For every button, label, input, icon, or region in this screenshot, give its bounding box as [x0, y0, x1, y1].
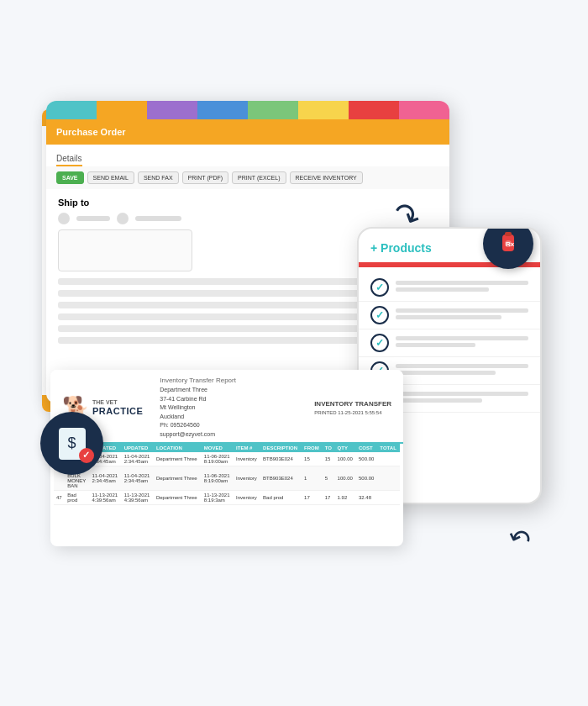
- tab-8[interactable]: [399, 101, 449, 119]
- tab-5[interactable]: [248, 101, 298, 119]
- inventory-title: INVENTORY TRANSFER: [314, 399, 391, 409]
- td-moved: 11-13-20218:19:3am: [202, 491, 234, 505]
- item-lines-1: [396, 281, 528, 294]
- item-lines-3: [396, 336, 528, 350]
- td-total: [377, 466, 400, 491]
- tab-3[interactable]: [147, 101, 197, 119]
- report-header: 🐕 THE VET PRACTICE Inventory Transfer Re…: [50, 370, 403, 444]
- ship-to-row: [58, 213, 438, 224]
- svg-rect-1: [505, 232, 512, 236]
- th-moved: MOVED: [202, 444, 234, 452]
- ship-address-box[interactable]: [58, 229, 192, 271]
- item-lines-4: [396, 364, 528, 377]
- report-table-wrapper: # MAST CREATED UPDATED LOCATION MOVED IT…: [50, 444, 403, 505]
- item-line-h: [396, 371, 496, 375]
- td-qty: 1.92: [335, 491, 356, 505]
- th-from: FROM: [302, 444, 323, 452]
- grey-line-6: [58, 337, 392, 344]
- checkmark-1: ✓: [375, 282, 384, 293]
- mobile-products-label: + Products: [370, 241, 432, 255]
- po-details-tab[interactable]: Details: [46, 145, 449, 166]
- td-location: Department Three: [154, 452, 202, 466]
- td-to: 5: [323, 466, 335, 491]
- report-right-info: INVENTORY TRANSFER PRINTED 11-25-2021 5:…: [314, 399, 391, 417]
- checkmark-2: ✓: [375, 309, 384, 321]
- list-item[interactable]: ✓: [359, 329, 540, 357]
- inventory-report-card: 🐕 THE VET PRACTICE Inventory Transfer Re…: [50, 370, 403, 546]
- th-qty: QTY: [335, 444, 356, 452]
- tab-4[interactable]: [197, 101, 248, 119]
- ship-circle-icon: [58, 213, 70, 224]
- address-text: 37-41 Carbine Rd: [160, 396, 206, 402]
- receive-inventory-button[interactable]: RECEIVE INVENTORY: [290, 171, 363, 184]
- th-updated: UPDATED: [122, 444, 154, 452]
- td-num: 47: [54, 491, 65, 505]
- td-total: [377, 452, 400, 466]
- po-title: Purchase Order: [56, 127, 126, 137]
- td-from: 15: [302, 452, 323, 466]
- print-pdf-button[interactable]: PRINT (PDF): [182, 171, 228, 184]
- dollar-sign-icon: $: [67, 435, 76, 452]
- phone-text: Ph: 095264560: [160, 422, 200, 428]
- report-info: Department Three 37-41 Carbine Rd Mt Wel…: [160, 386, 306, 439]
- send-email-button[interactable]: SEND EMAIL: [87, 171, 134, 184]
- svg-text:Rx: Rx: [506, 240, 515, 248]
- checkmark-3: ✓: [375, 337, 384, 349]
- country-text: Auckland: [160, 414, 184, 419]
- list-item[interactable]: ✓: [359, 302, 540, 329]
- td-updated: 11-13-20214:39:56am: [122, 491, 154, 505]
- printed-text: PRINTED 11-25-2021 5:55:54: [314, 409, 391, 417]
- td-item: Inventory: [234, 466, 260, 491]
- td-from: 17: [302, 491, 323, 505]
- tab-2[interactable]: [97, 101, 147, 119]
- save-button[interactable]: SAVE: [56, 171, 84, 184]
- ship-line-1: [76, 216, 110, 221]
- td-moved: 11-06-20218:19:00am: [202, 452, 234, 466]
- email-text: support@ezyvet.com: [160, 431, 215, 437]
- check-circle-2: ✓: [370, 306, 389, 324]
- td-location: Department Three: [154, 466, 202, 491]
- th-item: ITEM #: [234, 444, 260, 452]
- send-fax-button[interactable]: SEND FAX: [138, 171, 179, 184]
- item-line-b: [396, 287, 489, 292]
- po-details-label: Details: [56, 154, 82, 166]
- report-address: Inventory Transfer Report Department Thr…: [151, 377, 306, 439]
- ship-circle-2-icon: [117, 213, 129, 224]
- po-toolbar: SAVE SEND EMAIL SEND FAX PRINT (PDF) PRI…: [46, 166, 449, 189]
- th-cost: COST: [356, 444, 377, 452]
- th-to: TO: [323, 444, 335, 452]
- table-row: 47 Badprod 11-13-20214:39:56am 11-13-202…: [54, 491, 400, 505]
- td-created: 11-13-20214:39:56am: [89, 491, 121, 505]
- tab-1[interactable]: [46, 101, 97, 119]
- item-line-j: [396, 398, 482, 403]
- td-location: Department Three: [154, 491, 202, 505]
- td-cost: 500.00: [356, 466, 377, 491]
- td-qty: 100.00: [335, 452, 356, 466]
- check-circle-3: ✓: [370, 334, 389, 352]
- td-desc: Bad prod: [260, 491, 302, 505]
- list-item[interactable]: ✓: [359, 274, 540, 302]
- medicine-bottle-icon: Rx: [494, 229, 522, 258]
- po-tabs: [46, 101, 449, 119]
- ship-line-2: [135, 216, 181, 221]
- po-header: Purchase Order: [46, 119, 449, 145]
- scene: Purchase Order Details SAVE SEND EMAIL S…: [0, 0, 588, 706]
- item-lines-5: [396, 392, 528, 405]
- th-location: LOCATION: [154, 444, 202, 452]
- tab-6[interactable]: [298, 101, 349, 119]
- invoice-checkmark-badge: ✓: [79, 448, 94, 463]
- print-excel-button[interactable]: PRINT (EXCEL): [232, 171, 286, 184]
- vet-practice-label: PRACTICE: [92, 406, 143, 416]
- vet-name-text: THE VET PRACTICE: [92, 399, 143, 416]
- report-title-text: Inventory Transfer Report: [160, 377, 306, 384]
- td-mast: Badprod: [65, 491, 89, 505]
- td-updated: 11-04-20212:34:45am: [122, 452, 154, 466]
- item-line-f: [396, 343, 475, 347]
- td-desc: BTB903E024: [260, 452, 302, 466]
- td-cost: 32.48: [356, 491, 377, 505]
- report-table: # MAST CREATED UPDATED LOCATION MOVED IT…: [54, 444, 400, 505]
- td-item: Inventory: [234, 452, 260, 466]
- invoice-badge: $ ✓: [40, 412, 103, 475]
- td-item: Inventory: [234, 491, 260, 505]
- tab-7[interactable]: [349, 101, 399, 119]
